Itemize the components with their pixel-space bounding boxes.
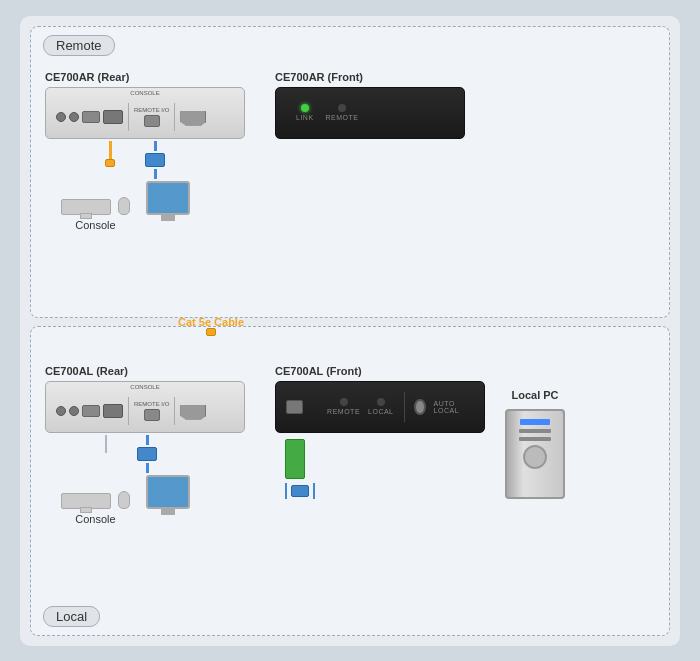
remote-console-group: Console — [61, 197, 130, 231]
local-port-vga — [180, 402, 206, 420]
local-rear-label: CE700AL (Rear) — [45, 365, 128, 377]
local-led-auto-label: AUTO LOCAL — [434, 400, 464, 414]
orange-wire-top — [109, 141, 112, 159]
divider-1 — [128, 103, 129, 131]
port-rj45-remote — [144, 115, 160, 127]
pc-kvm-connector — [291, 485, 309, 497]
led-remote-group: REMOTE — [326, 104, 359, 121]
blue-wire-remote-top — [154, 141, 157, 151]
cat5-label: Cat 5e Cable — [178, 316, 244, 328]
green-connector — [285, 439, 305, 479]
keyboard-icon-local — [61, 493, 111, 509]
mouse-icon-remote — [118, 197, 130, 215]
local-front-group: CE700AL (Front) REMOTE — [275, 365, 485, 499]
local-pc-group: Local PC — [505, 389, 565, 499]
led-link — [301, 104, 309, 112]
cable-connector-bottom — [206, 328, 216, 336]
local-pc-label: Local PC — [511, 389, 558, 401]
local-monitor-group — [146, 475, 190, 509]
remote-peripherals: Console — [45, 181, 190, 231]
local-section: CE700AL (Rear) CONSOLE REMOTE I/O — [30, 326, 670, 636]
kvm-connector-local — [137, 447, 157, 461]
local-rear-group: CE700AL (Rear) CONSOLE REMOTE I/O — [45, 365, 245, 525]
port-usb-1 — [82, 111, 100, 123]
led-link-label: LINK — [296, 114, 314, 121]
local-port-usb-1 — [82, 405, 100, 417]
pc-drive-2 — [519, 437, 551, 441]
cable-and-local: Cat 5e Cable CE700AL (Rear) CONSOLE — [30, 326, 670, 636]
local-front-button[interactable] — [414, 399, 425, 415]
remote-io-label: REMOTE I/O — [134, 107, 169, 113]
mouse-icon-local — [118, 491, 130, 509]
local-led-local-label: LOCAL — [368, 408, 393, 415]
main-container: Remote CE700AR (Rear) CONSOLE REMOTE I/O — [20, 16, 680, 646]
local-port-ps2-1 — [56, 406, 66, 416]
led-link-group: LINK — [296, 104, 314, 121]
blue-wire-remote-bottom — [154, 169, 157, 179]
local-led-local — [377, 398, 385, 406]
remote-wire-row — [45, 141, 165, 179]
monitor-icon-local — [146, 475, 190, 509]
remote-monitor-group — [146, 181, 190, 215]
kvm-connector-remote — [145, 153, 165, 167]
local-front-vga — [286, 400, 303, 414]
local-label: Local — [43, 606, 100, 627]
local-led-remote-group: REMOTE — [327, 398, 360, 415]
remote-rear-group: CE700AR (Rear) CONSOLE REMOTE I/O — [45, 71, 245, 231]
local-port-hdmi-1 — [103, 404, 123, 418]
local-front-device: REMOTE LOCAL AUTO LOCAL — [275, 381, 485, 433]
local-peripherals: Console — [45, 475, 190, 525]
blue-wire-local-top — [146, 435, 149, 445]
local-front-leds: REMOTE LOCAL AUTO LOCAL — [317, 392, 474, 422]
port-ps2-2 — [69, 112, 79, 122]
local-wire-col1 — [105, 435, 107, 473]
local-led-remote — [340, 398, 348, 406]
blue-wire-local-bottom — [146, 463, 149, 473]
remote-front-device: LINK REMOTE — [275, 87, 465, 139]
blue-connector-col-local — [137, 435, 157, 473]
local-port-ps2-2 — [69, 406, 79, 416]
blue-connector-col-remote — [145, 141, 165, 179]
orange-cable-col — [105, 141, 115, 179]
port-hdmi-1 — [103, 110, 123, 124]
remote-console-label: Console — [75, 219, 115, 231]
pc-wires — [285, 483, 315, 499]
led-remote-label: REMOTE — [326, 114, 359, 121]
led-remote — [338, 104, 346, 112]
remote-front-leds: LINK REMOTE — [286, 104, 369, 121]
local-port-rj45 — [144, 409, 160, 421]
local-console-label: Console — [75, 513, 115, 525]
remote-front-label: CE700AR (Front) — [275, 71, 363, 83]
local-wire-row — [45, 435, 157, 473]
local-divider-2 — [174, 397, 175, 425]
green-connector-group — [275, 439, 315, 499]
pc-wire-1 — [285, 483, 287, 499]
local-console-group: Console — [61, 491, 130, 525]
divider-2 — [174, 103, 175, 131]
local-remote-io-label: REMOTE I/O — [134, 401, 169, 407]
local-front-divider — [404, 392, 405, 422]
remote-rear-label: CE700AR (Rear) — [45, 71, 129, 83]
local-wire-down-1 — [105, 435, 107, 453]
rear-console-label: CONSOLE — [130, 90, 159, 96]
remote-front-group: CE700AR (Front) LINK REMOTE — [275, 71, 465, 139]
port-ps2-1 — [56, 112, 66, 122]
cable-connector-top — [105, 159, 115, 167]
remote-label: Remote — [43, 35, 115, 56]
local-content-row: CE700AL (Rear) CONSOLE REMOTE I/O — [45, 365, 655, 525]
pc-tower — [505, 409, 565, 499]
pc-drive-1 — [519, 429, 551, 433]
local-front-label: CE700AL (Front) — [275, 365, 362, 377]
remote-section: Remote CE700AR (Rear) CONSOLE REMOTE I/O — [30, 26, 670, 318]
local-rear-device: CONSOLE REMOTE I/O — [45, 381, 245, 433]
remote-rear-device: CONSOLE REMOTE I/O — [45, 87, 245, 139]
port-vga-1 — [180, 108, 206, 126]
monitor-icon-remote — [146, 181, 190, 215]
local-divider-1 — [128, 397, 129, 425]
local-right-group: CE700AL (Front) REMOTE — [275, 365, 565, 499]
local-led-remote-label: REMOTE — [327, 408, 360, 415]
pc-wire-2 — [313, 483, 315, 499]
local-led-local-group: LOCAL — [368, 398, 393, 415]
keyboard-icon-remote — [61, 199, 111, 215]
cat5-cable-group: Cat 5e Cable — [178, 316, 244, 336]
